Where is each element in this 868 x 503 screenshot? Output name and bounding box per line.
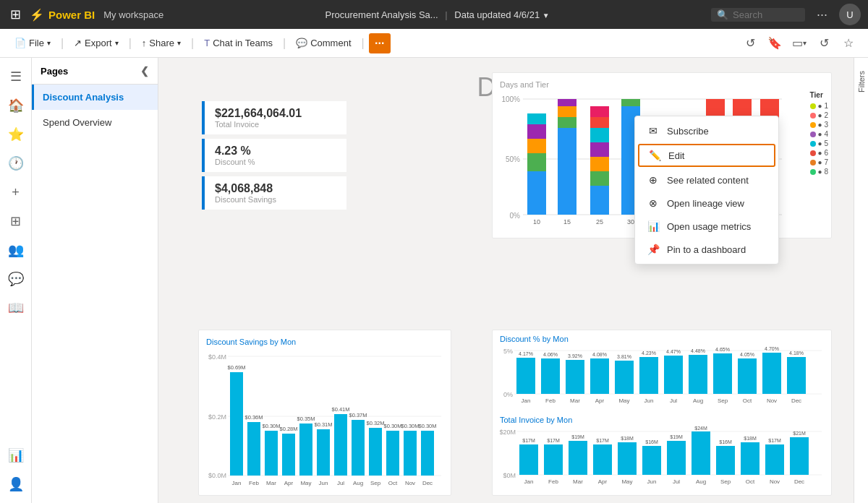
undo-button[interactable]: ↺ [739,33,761,53]
svg-rect-81 [386,431,399,476]
page-item-discount-analysis[interactable]: Discount Analysis [32,85,158,110]
svg-text:$0.30M: $0.30M [418,423,436,429]
svg-rect-23 [590,106,609,117]
svg-text:$24M: $24M [694,426,707,431]
comment-button[interactable]: 💬 Comment [290,35,357,51]
search-input[interactable] [733,9,798,20]
page-item-spend-overview[interactable]: Spend Overview [32,110,158,135]
svg-text:Mar: Mar [266,480,276,486]
dropdown-lineage[interactable]: ⊗ Open lineage view [635,192,778,215]
nav-create-icon[interactable]: + [3,179,29,205]
svg-text:Dec: Dec [791,397,801,404]
total-invoice-title: Total Invoice by Mon [500,416,824,424]
stat-discount-pct-label: Discount % [215,158,336,166]
svg-rect-18 [590,171,609,186]
dropdown-see-related[interactable]: ⊕ See related content [635,168,778,192]
svg-rect-152 [667,441,686,475]
svg-text:4.05%: 4.05% [740,352,754,357]
nav-chat-icon[interactable]: 💬 [3,266,29,292]
file-button[interactable]: 📄 File ▾ [9,35,56,51]
svg-text:Jun: Jun [319,480,328,486]
svg-text:Feb: Feb [548,478,558,485]
related-icon: ⊕ [647,174,660,186]
nav-home-icon[interactable]: 🏠 [3,93,29,119]
user-avatar[interactable]: U [839,4,861,25]
svg-rect-63 [282,434,295,476]
share-icon: ↑ [142,38,147,48]
svg-text:Nov: Nov [770,478,780,485]
stat-discount-savings: $4,068,848 Discount Savings [202,176,346,210]
svg-text:4.65%: 4.65% [715,347,730,352]
svg-rect-12 [558,128,576,215]
svg-text:$17M: $17M [547,438,560,443]
content-area: Discount $221,664,064.01 Total Invoice 4… [158,58,854,503]
topnav-more-button[interactable]: ··· [811,4,833,25]
svg-text:Apr: Apr [595,397,605,404]
nav-menu-icon[interactable]: ☰ [3,64,29,90]
view-button[interactable]: ▭ ▾ [788,33,810,53]
svg-text:$0.32M: $0.32M [366,420,384,426]
svg-rect-134 [519,444,538,475]
nav-people-icon[interactable]: 👥 [3,237,29,263]
comment-icon: 💬 [296,38,307,48]
stat-discount-savings-value: $4,068,848 [215,182,336,195]
svg-text:$16M: $16M [645,439,658,444]
dropdown-usage-metrics[interactable]: 📊 Open usage metrics [635,215,778,238]
svg-text:$0.4M: $0.4M [208,353,226,361]
nav-learn-icon[interactable]: 📖 [3,295,29,321]
lower-left-title: Discount Savings by Mon [206,338,443,346]
favorite-button[interactable]: ☆ [838,33,859,53]
svg-text:3.92%: 3.92% [568,353,582,358]
svg-text:Mar: Mar [570,397,580,404]
svg-text:Sep: Sep [720,478,731,485]
refresh-button[interactable]: ↺ [813,33,835,53]
stat-discount-pct-value: 4.23 % [215,145,336,158]
export-button[interactable]: ↗ Export ▾ [68,35,124,51]
dropdown-pin-dashboard[interactable]: 📌 Pin to a dashboard [635,238,778,261]
svg-rect-124 [762,353,781,394]
more-options-button[interactable]: ··· [369,33,391,53]
export-icon: ↗ [74,38,82,48]
data-updated-chevron[interactable]: ▼ [542,12,550,20]
svg-rect-54 [230,372,243,476]
filters-label[interactable]: Filters [857,71,866,93]
svg-rect-26 [621,99,640,106]
stat-total-invoice-label: Total Invoice [215,120,336,129]
svg-text:$0M: $0M [503,472,516,479]
svg-text:Sep: Sep [370,480,381,486]
svg-text:Feb: Feb [249,480,259,486]
top-nav: ⊞ ⚡ Power BI My workspace Procurement An… [0,0,868,29]
svg-text:$0.30M: $0.30M [383,423,401,429]
svg-rect-109 [639,357,658,394]
svg-rect-66 [299,424,312,476]
svg-text:Jul: Jul [673,478,680,485]
svg-text:25: 25 [596,218,603,225]
svg-rect-137 [544,444,563,475]
svg-rect-158 [716,446,735,475]
pages-header: Pages ❮ [32,58,158,85]
svg-text:Nov: Nov [767,397,777,404]
svg-text:4.08%: 4.08% [592,352,607,357]
pages-collapse-button[interactable]: ❮ [140,65,149,77]
svg-rect-20 [590,142,609,157]
edit-icon: ✏️ [648,150,661,161]
dropdown-subscribe[interactable]: ✉ Subscribe [635,119,778,142]
share-button[interactable]: ↑ Share ▾ [136,35,187,51]
svg-text:4.18%: 4.18% [789,351,804,356]
search-box[interactable]: 🔍 [711,8,805,22]
nav-apps-icon[interactable]: ⊞ [3,208,29,234]
dropdown-edit[interactable]: ✏️ Edit [638,144,775,167]
app-grid-icon[interactable]: ⊞ [7,4,24,25]
nav-recent-icon[interactable]: 🕐 [3,150,29,176]
nav-favorites-icon[interactable]: ⭐ [3,121,29,147]
nav-metrics-icon[interactable]: 📊 [3,442,29,468]
svg-rect-103 [590,358,609,394]
svg-rect-21 [590,128,609,142]
svg-text:Oct: Oct [743,397,752,404]
chat-teams-button[interactable]: T Chat in Teams [198,35,278,51]
nav-account-icon[interactable]: 👤 [3,471,29,497]
svg-text:$0.36M: $0.36M [244,414,263,421]
workspace-label[interactable]: My workspace [103,9,163,20]
bookmark-button[interactable]: 🔖 [764,33,786,53]
pages-title: Pages [41,66,68,77]
